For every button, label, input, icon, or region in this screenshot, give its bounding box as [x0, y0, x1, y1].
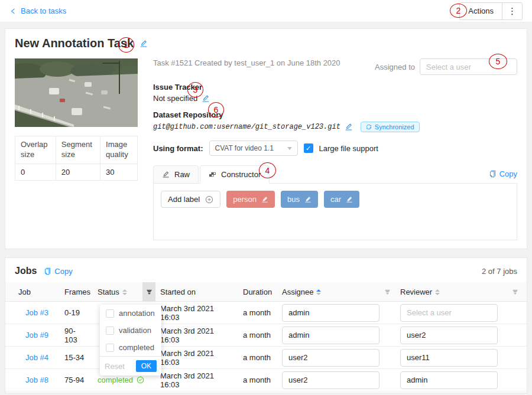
status-completed-label: completed	[98, 376, 133, 384]
job-row: Job #8 75-94 completed March 3rd 2021 16…	[5, 369, 527, 391]
checkbox-unchecked[interactable]	[106, 309, 114, 318]
duration-cell: a month	[238, 331, 277, 339]
jobs-copy-button[interactable]: Copy	[44, 267, 72, 276]
job-link[interactable]: Job #8	[25, 376, 48, 384]
job-row: Job #4 15-34 March 3rd 2021 16:03 a mont…	[5, 347, 527, 369]
column-reviewer[interactable]: Reviewer	[395, 288, 527, 296]
reviewer-input[interactable]	[400, 349, 498, 367]
filter-reset-button[interactable]: Reset	[105, 362, 125, 371]
assignee-filter-icon[interactable]	[384, 289, 391, 295]
checkbox-unchecked[interactable]	[106, 327, 114, 335]
actions-button[interactable]: Actions	[460, 3, 502, 19]
task-meta: Task #1521 Created by test_user_1 on Jun…	[153, 58, 340, 67]
status-filter-icon[interactable]	[142, 282, 155, 302]
task-title-edit-icon[interactable]	[140, 40, 148, 48]
assignee-input[interactable]	[282, 304, 379, 322]
tab-raw[interactable]: Raw	[153, 165, 199, 184]
large-file-support-label: Large file support	[319, 144, 378, 153]
column-assignee-label: Assignee	[282, 288, 313, 296]
labels-constructor-panel: Add label person bus	[153, 184, 517, 240]
job-row: Job #3 0-19 March 3rd 2021 16:03 a month	[5, 302, 527, 324]
job-link[interactable]: Job #4	[25, 353, 48, 362]
labels-copy-label: Copy	[499, 169, 517, 178]
job-link[interactable]: Job #9	[25, 331, 48, 339]
checkbox-unchecked[interactable]	[106, 344, 114, 352]
frames-cell: 75-94	[60, 376, 93, 384]
tab-constructor[interactable]: Constructor	[200, 165, 270, 184]
sync-status-label: Synchronized	[375, 123, 414, 130]
sort-caret-icon[interactable]	[122, 289, 127, 295]
label-bus-text: bus	[287, 195, 300, 204]
column-duration: Duration	[238, 288, 277, 296]
repository-edit-icon[interactable]	[345, 123, 353, 131]
job-link[interactable]: Job #3	[25, 308, 48, 317]
task-right-column: Task #1521 Created by test_user_1 on Jun…	[153, 58, 517, 240]
format-select-value: CVAT for video 1.1	[215, 144, 274, 152]
started-cell: March 3rd 2021 16:03	[155, 304, 238, 322]
label-edit-icon[interactable]	[304, 196, 312, 203]
sync-status-badge: Synchronized	[361, 122, 420, 132]
filter-option-label: annotation	[119, 309, 155, 318]
params-value-row: 0 20 30	[15, 164, 138, 180]
reviewer-input[interactable]	[400, 327, 498, 344]
task-title-row: New Annotation Task	[15, 37, 517, 50]
jobs-card: Jobs Copy 2 of 7 jobs Job Frames Status …	[5, 257, 527, 393]
more-vertical-icon[interactable]: ⋮	[502, 3, 522, 19]
tab-constructor-label: Constructor	[221, 170, 261, 179]
back-label: Back to tasks	[21, 6, 66, 15]
sync-icon	[366, 124, 372, 130]
assignee-input[interactable]	[282, 349, 379, 367]
column-status[interactable]: Status	[93, 282, 155, 302]
filter-option-validation[interactable]: validation	[100, 322, 161, 339]
add-label-button[interactable]: Add label	[161, 191, 220, 208]
issue-tracker-edit-icon[interactable]	[202, 94, 210, 103]
jobs-title: Jobs	[15, 266, 37, 276]
labels-copy-button[interactable]: Copy	[489, 169, 517, 183]
filter-option-completed[interactable]: completed	[100, 339, 161, 356]
assigned-to-group: Assigned to	[375, 58, 517, 75]
label-tag-bus[interactable]: bus	[281, 191, 318, 208]
assignee-input[interactable]	[282, 371, 379, 389]
started-cell: March 3rd 2021 16:03	[155, 349, 238, 367]
labels-tabbar: Raw Constructor Copy	[153, 165, 517, 184]
duration-cell: a month	[238, 308, 277, 317]
format-row: Using format: CVAT for video 1.1 ✓ Large…	[153, 141, 517, 156]
label-tag-person[interactable]: person	[226, 191, 275, 208]
constructor-icon	[209, 171, 216, 178]
task-assignee-input[interactable]	[420, 58, 517, 75]
sort-caret-icon[interactable]	[435, 289, 440, 295]
duration-cell: a month	[238, 376, 277, 384]
task-details-card: New Annotation Task	[5, 28, 527, 249]
jobs-count: 2 of 7 jobs	[482, 267, 517, 276]
reviewer-input[interactable]	[400, 371, 498, 389]
column-assignee[interactable]: Assignee	[277, 288, 395, 296]
label-edit-icon[interactable]	[261, 196, 268, 203]
using-format-label: Using format:	[153, 144, 203, 153]
large-file-support-checkbox[interactable]: ✓	[304, 143, 313, 153]
add-label-text: Add label	[168, 195, 200, 204]
back-chevron-icon	[9, 8, 17, 15]
assignee-input[interactable]	[282, 327, 379, 344]
sort-caret-icon[interactable]	[316, 289, 321, 295]
filter-option-annotation[interactable]: annotation	[100, 305, 161, 322]
filter-footer: Reset OK	[100, 356, 161, 376]
reviewer-filter-icon[interactable]	[512, 289, 518, 295]
label-car-text: car	[330, 195, 341, 204]
params-header-row: Overlap size Segment size Image quality	[15, 136, 138, 164]
issue-tracker-label: Issue Tracker	[153, 83, 517, 92]
frames-cell: 0-19	[60, 308, 93, 317]
actions-button-group: Actions ⋮	[459, 2, 523, 20]
format-select[interactable]: CVAT for video 1.1	[209, 141, 298, 156]
back-to-tasks-link[interactable]: Back to tasks	[9, 6, 66, 15]
filter-option-label: completed	[119, 343, 154, 352]
label-edit-icon[interactable]	[346, 196, 353, 203]
plus-circle-icon	[205, 195, 213, 204]
column-status-label: Status	[98, 288, 119, 296]
image-quality-header: Image quality	[100, 136, 138, 164]
label-person-text: person	[233, 195, 257, 204]
filter-ok-button[interactable]: OK	[136, 360, 157, 372]
dataset-repository-url[interactable]: git@github.com:username/git_storage_v123…	[153, 123, 340, 131]
reviewer-input[interactable]	[400, 304, 498, 322]
column-reviewer-label: Reviewer	[400, 288, 432, 296]
label-tag-car[interactable]: car	[324, 191, 359, 208]
